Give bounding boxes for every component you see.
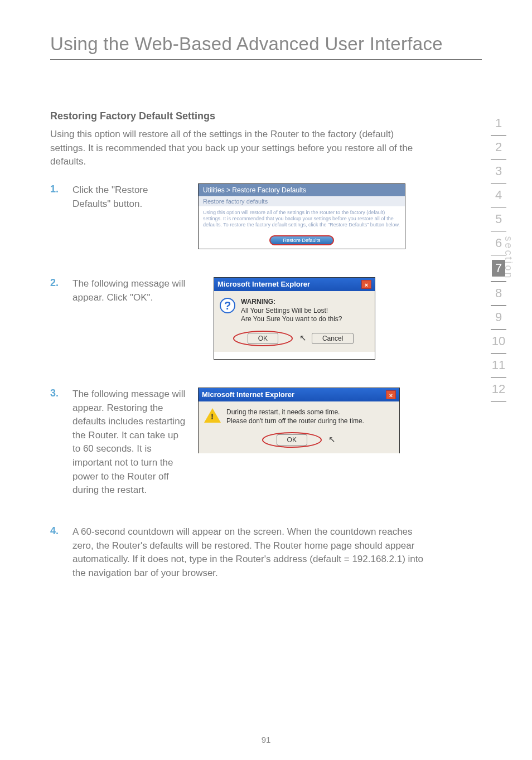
cursor-icon: ↖ [299, 333, 307, 343]
step-2: 2. The following message will appear. Cl… [50, 277, 482, 360]
screenshot-confirm-dialog: Microsoft Internet Explorer × ? WARNING:… [214, 277, 375, 360]
warning-icon [204, 408, 221, 423]
step-4-text: A 60-second countdown will appear on the… [72, 525, 429, 580]
dialog2-text: During the restart, it needs some time. … [226, 408, 364, 425]
dialog2-line1: During the restart, it needs some time. [226, 408, 340, 416]
nav-9[interactable]: 9 [486, 306, 511, 329]
step-1-number: 1. [50, 183, 72, 195]
step-2-text: The following message will appear. Click… [72, 277, 198, 304]
page-title: Using the Web-Based Advanced User Interf… [50, 33, 482, 55]
nav-8[interactable]: 8 [486, 282, 511, 305]
step-3-text: The following message will appear. Resto… [72, 388, 198, 497]
step-1: 1. Click the "Restore Defaults" button. … [50, 183, 482, 249]
dialog2-title: Microsoft Internet Explorer [202, 390, 294, 399]
util-header: Utilities > Restore Factory Defaults [199, 184, 405, 196]
ok-button[interactable]: OK [248, 333, 278, 344]
restore-defaults-button[interactable]: Restore Defaults [269, 235, 333, 245]
step-1-text: Click the "Restore Defaults" button. [72, 183, 198, 211]
dialog1-titlebar: Microsoft Internet Explorer × [214, 278, 375, 291]
question-icon: ? [220, 298, 235, 313]
dialog1-text: WARNING: All Your Settings Will be Lost!… [241, 298, 342, 324]
hand-circle-annotation: OK [233, 331, 293, 346]
util-button-row: Restore Defaults [199, 231, 405, 250]
dialog1-line1: All Your Settings Will be Lost! [241, 307, 328, 314]
section-heading: Restoring Factory Default Settings [50, 110, 482, 122]
cursor-icon: ↖ [328, 434, 336, 444]
nav-12[interactable]: 12 [486, 377, 511, 401]
nav-2[interactable]: 2 [486, 135, 511, 159]
step-4: 4. A 60-second countdown will appear on … [50, 525, 482, 580]
step-3-number: 3. [50, 388, 72, 399]
dialog1-line2: Are You Sure You want to do this? [241, 315, 342, 323]
nav-11[interactable]: 11 [486, 354, 511, 377]
dialog1-warning: WARNING: [241, 298, 275, 306]
screenshot-restart-dialog: Microsoft Internet Explorer × During the… [198, 388, 400, 453]
hand-circle-annotation: OK [262, 432, 322, 448]
step-4-number: 4. [50, 525, 72, 537]
nav-5[interactable]: 5 [486, 207, 511, 231]
dialog2-line2: Please don't turn off the router during … [226, 417, 364, 425]
section-nav: 1 2 3 4 5 6 7 8 9 10 11 12 section [486, 112, 511, 401]
cancel-button[interactable]: Cancel [312, 333, 354, 344]
dialog1-title: Microsoft Internet Explorer [217, 280, 310, 288]
page-number: 91 [0, 735, 532, 744]
step-3: 3. The following message will appear. Re… [50, 388, 482, 497]
close-icon[interactable]: × [361, 280, 371, 289]
intro-paragraph: Using this option will restore all of th… [50, 128, 429, 169]
step-2-number: 2. [50, 277, 72, 289]
screenshot-utilities-restore-defaults: Utilities > Restore Factory Defaults Res… [198, 183, 405, 249]
nav-10[interactable]: 10 [486, 330, 511, 353]
dialog2-titlebar: Microsoft Internet Explorer × [199, 388, 399, 401]
ok-button[interactable]: OK [277, 434, 307, 446]
title-rule [50, 59, 482, 60]
section-label: section [502, 236, 514, 279]
nav-3[interactable]: 3 [486, 159, 511, 183]
util-body-text: Using this option will restore all of th… [199, 206, 405, 231]
nav-4[interactable]: 4 [486, 183, 511, 207]
nav-1[interactable]: 1 [486, 112, 511, 135]
util-sub: Restore factory defaults [199, 196, 405, 206]
close-icon[interactable]: × [386, 390, 396, 399]
